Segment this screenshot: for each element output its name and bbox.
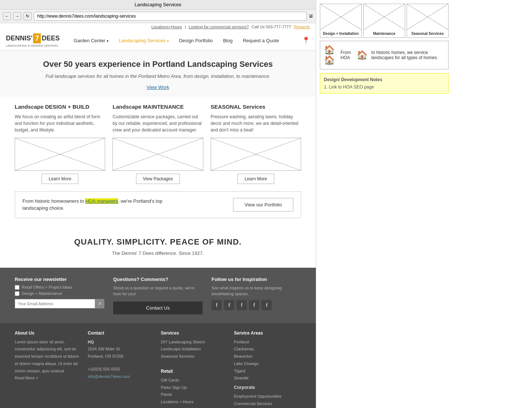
- social-icons: f f f f f: [211, 300, 301, 310]
- map-pin-icon[interactable]: 📍: [302, 36, 310, 44]
- sidebar-card-maintenance: Maintenance: [363, 4, 405, 38]
- area-tigard[interactable]: Tigard: [234, 368, 301, 375]
- area-beaverton[interactable]: Beaverton: [234, 353, 301, 360]
- email-submit-button[interactable]: >: [95, 299, 104, 308]
- email-input[interactable]: [15, 299, 95, 308]
- newsletter-label-2: Design + Maintenance: [22, 291, 62, 296]
- sidebar-top-images: Design + Installation Maintenance Season…: [320, 4, 449, 38]
- services-col-heading: Services: [161, 331, 228, 336]
- area-portland[interactable]: Portland: [234, 339, 301, 346]
- quality-heading: QUALITY. SIMPLICITY. PEACE OF MIND.: [15, 237, 301, 247]
- about-text: Lorem ipsum dolor sit amet, consectetur …: [15, 339, 82, 375]
- locations-hours-link[interactable]: Locations+Hours: [151, 25, 182, 29]
- notes-box: Design/ Development Notes 1. Link to HOA…: [320, 73, 449, 94]
- logo-dennis: DENNIS': [6, 35, 32, 42]
- services-grid: Landscape DESIGN + BUILD We focus on cre…: [15, 104, 301, 184]
- contact-hq: HQ: [88, 339, 155, 346]
- about-heading: About Us: [15, 331, 82, 336]
- sidebar-label-seasonal: Seasonal Services: [407, 30, 448, 37]
- rewards-link[interactable]: Rewards: [294, 25, 310, 29]
- social-description: See what inspires us to keep designing b…: [211, 285, 301, 297]
- service-seasonal-title: SEASONAL Services: [211, 104, 301, 110]
- footer-col-services: Services DIY Landscaping Sketch Landscap…: [161, 331, 228, 408]
- newsletter-checkbox-1[interactable]: [15, 285, 19, 290]
- logo-dees: DEES: [42, 35, 60, 42]
- read-more-link[interactable]: Read More >: [15, 375, 82, 382]
- url-bar[interactable]: [34, 12, 307, 21]
- quality-section: QUALITY. SIMPLICITY. PEACE OF MIND. The …: [0, 225, 316, 268]
- footer-col-service-areas: Service Areas Portland Clackamas Beavert…: [234, 331, 301, 408]
- refresh-button[interactable]: ↻: [24, 12, 32, 20]
- cta-strip: From historic homeowners to HOA managers…: [15, 191, 301, 218]
- hoa-text-from: From HOA: [340, 50, 353, 60]
- nav-design-portfolio[interactable]: Design Portfolio: [174, 36, 218, 46]
- service-design-image: [15, 138, 105, 171]
- footer-newsletter: Receive our newsletter Retail Offers + P…: [15, 277, 104, 314]
- service-card-maintenance: Landscape MAINTENANCE Customizable servi…: [113, 104, 203, 184]
- social-icon-2[interactable]: f: [224, 300, 234, 310]
- back-button[interactable]: ←: [3, 12, 11, 20]
- commercial-link[interactable]: Looking for commercial services?: [189, 25, 249, 29]
- social-icon-5[interactable]: f: [261, 300, 272, 310]
- service-card-seasonal: SEASONAL Services Pressure washing, aera…: [211, 104, 301, 184]
- contact-description: Shoot us a question or request a quote, …: [113, 285, 203, 297]
- social-icon-1[interactable]: f: [211, 300, 222, 310]
- social-icon-3[interactable]: f: [236, 300, 247, 310]
- services-item-1[interactable]: DIY Landscaping Sketch: [161, 339, 228, 346]
- sidebar: Design + Installation Maintenance Season…: [316, 0, 452, 408]
- nav-garden-center[interactable]: Garden Center ▾: [68, 36, 114, 46]
- service-design-title: Landscape DESIGN + BUILD: [15, 104, 105, 110]
- service-maintenance-button[interactable]: View Packages: [136, 174, 180, 184]
- sidebar-label-design: Design + Installation: [320, 30, 361, 37]
- nav-blog[interactable]: Blog: [218, 36, 238, 46]
- logo-subtitle: LANDSCAPING & GARDEN CENTERS: [6, 44, 60, 47]
- nav-landscaping-services[interactable]: Landscaping Services ▾: [114, 36, 174, 46]
- corporate-item-1[interactable]: Employment Opportunities: [234, 393, 301, 400]
- retail-item-2[interactable]: Parks Sign Up: [161, 384, 228, 391]
- forward-button[interactable]: →: [13, 12, 21, 20]
- service-design-button[interactable]: Learn More: [42, 174, 78, 184]
- area-lake-oswego[interactable]: Lake Oswego: [234, 360, 301, 368]
- retail-item-3[interactable]: Plants: [161, 391, 228, 398]
- sidebar-img-seasonal: [407, 4, 448, 30]
- nav-request-quote[interactable]: Request a Quote: [238, 36, 284, 46]
- corporate-heading: Corporate: [234, 385, 301, 390]
- footer-main: Receive our newsletter Retail Offers + P…: [0, 268, 316, 323]
- contact-email[interactable]: info@dennis7dees.com: [88, 373, 155, 380]
- area-clackamas[interactable]: Clackamas: [234, 346, 301, 353]
- newsletter-label-1: Retail Offers + Project Ideas: [22, 285, 72, 289]
- footer-contact: Questions? Comments? Shoot us a question…: [113, 277, 203, 314]
- service-design-desc: We focus on creating an artful blend of …: [15, 113, 105, 133]
- call-text: Call Us 503-777-7777: [252, 25, 291, 29]
- retail-item-1[interactable]: Gift Cards: [161, 377, 228, 384]
- service-areas-heading: Service Areas: [234, 331, 301, 336]
- retail-item-4[interactable]: Locations + Hours: [161, 398, 228, 406]
- corporate-item-2[interactable]: Commercial Services: [234, 400, 301, 408]
- view-work-link[interactable]: View Work: [147, 84, 169, 90]
- logo: DENNIS' 7 DEES LANDSCAPING & GARDEN CENT…: [6, 33, 60, 47]
- sidebar-card-seasonal: Seasonal Services: [407, 4, 449, 38]
- service-seasonal-image: [211, 138, 301, 171]
- portfolio-button[interactable]: View our Portfolio: [233, 198, 293, 212]
- services-item-3[interactable]: Seasonal Services: [161, 353, 228, 360]
- contact-address1: 1634 SW Alder St.: [88, 346, 155, 353]
- browser-menu-button[interactable]: ≡: [309, 12, 313, 20]
- nav-links: Garden Center ▾ Landscaping Services ▾ D…: [68, 36, 302, 46]
- newsletter-checkbox-2[interactable]: [15, 291, 19, 296]
- sidebar-hoa-row: 🏠🏠 From HOA 🏠 to historic homes, we serv…: [320, 41, 449, 69]
- social-icon-4[interactable]: f: [249, 300, 259, 310]
- service-seasonal-desc: Pressure washing, aerating lawns, holida…: [211, 113, 301, 133]
- browser-title-bar: Landscaping Services: [0, 0, 316, 10]
- service-seasonal-button[interactable]: Learn More: [238, 174, 274, 184]
- hoa-link[interactable]: HOA managers: [85, 198, 118, 204]
- services-item-2[interactable]: Landscape Installation: [161, 346, 228, 353]
- contact-us-button[interactable]: Contact Us: [113, 302, 203, 314]
- hoa-text-to: to historic homes, we service landscapes…: [371, 50, 444, 60]
- hero-subtitle: Full landscape services for all homes in…: [15, 73, 301, 80]
- area-seaside[interactable]: Seaside: [234, 375, 301, 382]
- hero-title: Over 50 years experience in Portland Lan…: [15, 59, 301, 69]
- email-input-row: >: [15, 299, 104, 308]
- nav-right: 📍: [302, 36, 310, 44]
- contact-phone: +1(503) 555-5555: [88, 366, 155, 373]
- sidebar-label-maintenance: Maintenance: [364, 30, 405, 37]
